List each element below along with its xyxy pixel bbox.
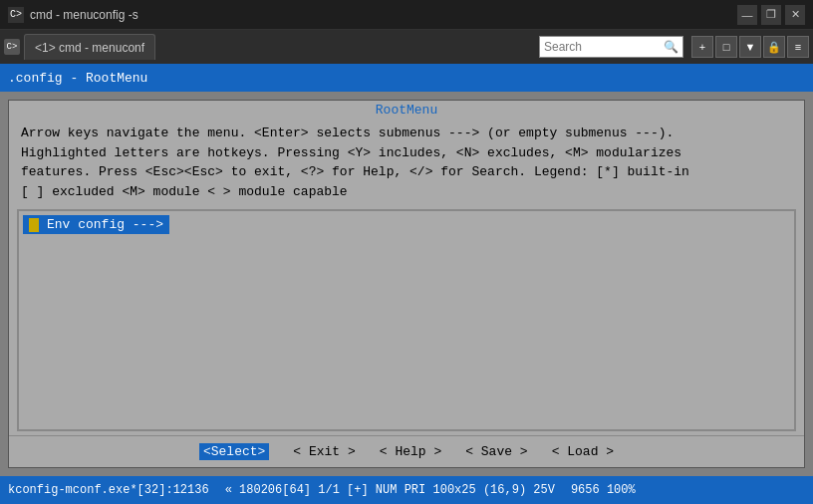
bottom-buttons: <Select> < Exit > < Help > < Save > < Lo… bbox=[9, 435, 804, 467]
load-button[interactable]: < Load > bbox=[552, 444, 614, 459]
search-icon: 🔍 bbox=[664, 40, 678, 55]
help-button[interactable]: < Help > bbox=[380, 444, 441, 459]
exit-button[interactable]: < Exit > bbox=[293, 444, 355, 459]
title-bar: C> cmd - menuconfig -s — ❐ ✕ bbox=[0, 0, 813, 30]
tab-bar: C> <1> cmd - menuconf 🔍 + □ ▼ 🔒 ≡ bbox=[0, 30, 813, 64]
menuconfig-info: Arrow keys navigate the menu. <Enter> se… bbox=[9, 120, 804, 205]
status-left: kconfig-mconf.exe*[32]:12136 bbox=[8, 483, 209, 497]
status-right: 9656 100% bbox=[571, 483, 636, 497]
status-bar: kconfig-mconf.exe*[32]:12136 « 180206[64… bbox=[0, 476, 813, 504]
menuconfig-window: RootMenu Arrow keys navigate the menu. <… bbox=[8, 100, 805, 468]
tab-cmd-menuconf[interactable]: <1> cmd - menuconf bbox=[24, 34, 155, 60]
title-bar-icon: C> bbox=[8, 7, 24, 23]
lock-btn[interactable]: 🔒 bbox=[763, 36, 785, 58]
title-bar-title: cmd - menuconfig -s bbox=[30, 8, 731, 22]
select-button[interactable]: <Select> bbox=[199, 443, 269, 460]
tab-icon: C> bbox=[4, 39, 20, 55]
search-box[interactable]: 🔍 bbox=[539, 36, 683, 58]
terminal-area: RootMenu Arrow keys navigate the menu. <… bbox=[0, 92, 813, 476]
minimize-button[interactable]: — bbox=[737, 5, 757, 25]
list-item-env-config[interactable]: Env config ---> bbox=[23, 215, 169, 234]
restore-button[interactable]: ❐ bbox=[761, 5, 781, 25]
title-bar-controls: — ❐ ✕ bbox=[737, 5, 805, 25]
search-input[interactable] bbox=[544, 40, 664, 54]
address-bar: .config - RootMenu bbox=[0, 64, 813, 92]
menuconfig-title: RootMenu bbox=[9, 101, 804, 120]
list-area: Env config ---> bbox=[17, 209, 796, 431]
toolbar-icons: + □ ▼ 🔒 ≡ bbox=[691, 36, 809, 58]
window-btn[interactable]: □ bbox=[715, 36, 737, 58]
close-button[interactable]: ✕ bbox=[785, 5, 805, 25]
menu-btn[interactable]: ≡ bbox=[787, 36, 809, 58]
add-button[interactable]: + bbox=[691, 36, 713, 58]
status-middle: « 180206[64] 1/1 [+] NUM PRI 100x25 (16,… bbox=[225, 483, 555, 497]
save-button[interactable]: < Save > bbox=[465, 444, 527, 459]
list-item-bullet bbox=[29, 218, 39, 232]
arrow-btn[interactable]: ▼ bbox=[739, 36, 761, 58]
